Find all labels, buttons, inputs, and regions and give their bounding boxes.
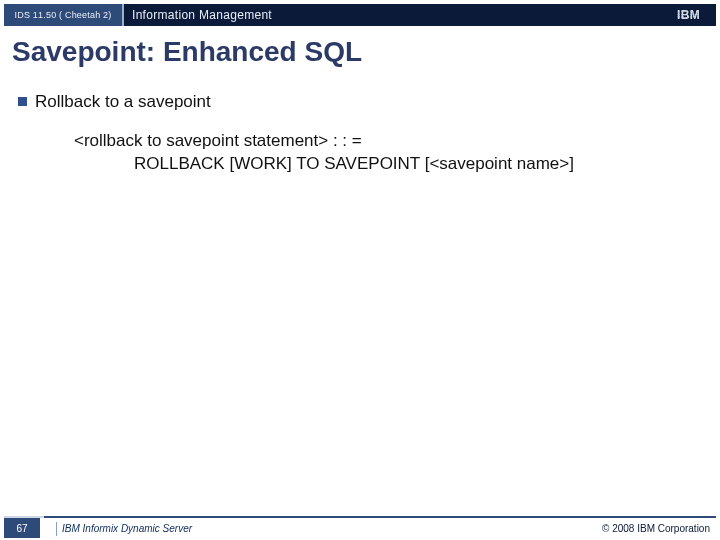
header-right-band: Information Management IBM — [124, 4, 716, 26]
ibm-logo: IBM — [677, 8, 700, 22]
square-bullet-icon — [18, 97, 27, 106]
syntax-block: <rollback to savepoint statement> : : = … — [74, 130, 700, 176]
footer-copyright: © 2008 IBM Corporation — [602, 523, 710, 534]
page-number: 67 — [16, 523, 27, 534]
footer-rule — [4, 516, 716, 518]
header-left-chip: IDS 11.50 ( Cheetah 2) — [4, 4, 122, 26]
footer-divider — [56, 522, 57, 536]
content-area: Rollback to a savepoint <rollback to sav… — [18, 92, 700, 176]
bullet-row-1: Rollback to a savepoint — [18, 92, 700, 112]
syntax-line-2: ROLLBACK [WORK] TO SAVEPOINT [<savepoint… — [74, 153, 700, 176]
slide-root: IDS 11.50 ( Cheetah 2) Information Manag… — [0, 0, 720, 540]
footer-product: IBM Informix Dynamic Server — [62, 523, 192, 534]
header-right-text: Information Management — [132, 8, 272, 22]
header-left-text: IDS 11.50 ( Cheetah 2) — [15, 10, 112, 20]
ibm-logo-text: IBM — [677, 8, 700, 22]
syntax-line-1: <rollback to savepoint statement> : : = — [74, 130, 700, 153]
slide-title: Savepoint: Enhanced SQL — [12, 36, 362, 68]
header-bar: IDS 11.50 ( Cheetah 2) Information Manag… — [0, 4, 720, 26]
page-number-box: 67 — [4, 518, 40, 538]
bullet-1-text: Rollback to a savepoint — [35, 92, 211, 112]
footer-bar: 67 IBM Informix Dynamic Server © 2008 IB… — [0, 516, 720, 540]
